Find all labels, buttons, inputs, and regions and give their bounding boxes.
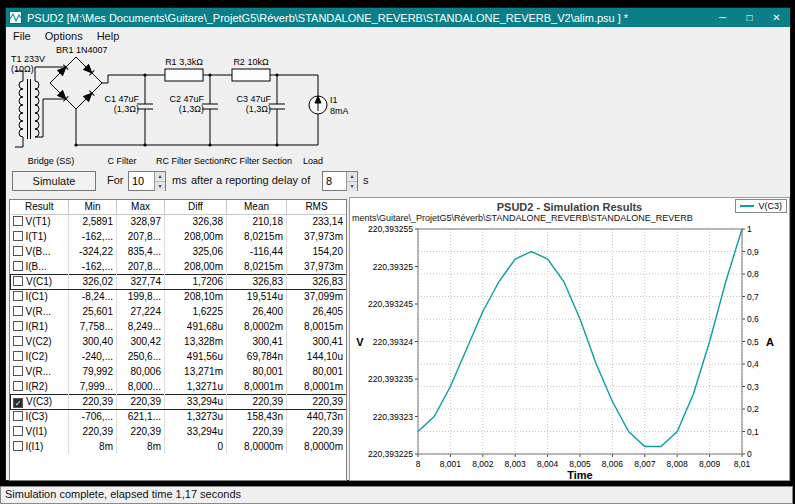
result-row: V(R...25,60127,2241,622526,40026,405 — [11, 304, 347, 319]
menu-options[interactable]: Options — [38, 30, 90, 42]
result-row: I(B...-162,...207,8...208,00m8,0215m37,9… — [11, 259, 347, 274]
menu-help[interactable]: Help — [90, 30, 127, 42]
status-bar: Simulation complete, elapsed time 1,17 s… — [0, 486, 793, 504]
t1-impedance-label: (10Ω) — [11, 64, 34, 74]
plot-checkbox[interactable] — [13, 291, 23, 301]
result-name: V(I1) — [26, 426, 48, 437]
cell-min: -324,22 — [69, 244, 117, 259]
section-load-label: Load — [303, 156, 323, 166]
cell-diff: 491,68u — [165, 319, 227, 334]
cell-min: 300,40 — [69, 334, 117, 349]
result-row: I(C3)-706,...621,1...1,3273u158,43n440,7… — [11, 409, 347, 424]
title-bar[interactable]: PSUD2 [M:\Mes Documents\Guitare\_ProjetG… — [6, 8, 790, 27]
cell-rms: 8,0001m — [287, 379, 347, 394]
cell-diff: 1,3273u — [165, 409, 227, 424]
cell-rms: 326,83 — [287, 274, 347, 289]
plot-checkbox[interactable] — [13, 381, 23, 391]
svg-text:8,004: 8,004 — [537, 459, 559, 469]
header-rms: RMS — [287, 200, 347, 214]
legend-series-label: V(C3) — [758, 201, 782, 211]
delay-spin-down-icon[interactable]: ▼ — [347, 182, 357, 191]
svg-text:A: A — [766, 336, 774, 348]
cell-rms: 440,73n — [287, 409, 347, 424]
cell-rms: 300,41 — [287, 334, 347, 349]
plot-checkbox[interactable] — [13, 306, 23, 316]
plot-checkbox[interactable] — [13, 411, 23, 421]
app-icon — [9, 11, 22, 24]
svg-text:8,008: 8,008 — [667, 459, 689, 469]
plot-checkbox[interactable] — [13, 276, 23, 286]
result-name-cell: I(C2) — [11, 349, 69, 364]
simulate-button[interactable]: Simulate — [12, 171, 96, 191]
cell-mean: 26,400 — [227, 304, 287, 319]
plot-checkbox[interactable] — [13, 366, 23, 376]
svg-text:0,8: 0,8 — [747, 269, 759, 279]
plot-checkbox[interactable] — [13, 336, 23, 346]
delay-unit-label: s — [363, 174, 369, 186]
duration-spin-up-icon[interactable]: ▲ — [155, 172, 165, 182]
plot-checkbox[interactable] — [13, 441, 23, 451]
results-panel: Result Min Max Diff Mean RMS V(T1)2,5891… — [9, 199, 347, 481]
cell-rms: 37,973m — [287, 229, 347, 244]
cell-max: 207,8... — [117, 229, 165, 244]
cell-mean: 220,39 — [227, 394, 287, 409]
cell-rms: 8,0015m — [287, 319, 347, 334]
cell-diff: 208,00m — [165, 259, 227, 274]
svg-text:0,3: 0,3 — [747, 382, 759, 392]
result-row: V(C1)326,02327,741,7206326,83326,83 — [11, 274, 347, 289]
svg-text:0,6: 0,6 — [747, 314, 759, 324]
duration-spinbox[interactable]: 10 ▲ ▼ — [128, 171, 166, 191]
delay-spinbox[interactable]: 8 ▲ ▼ — [322, 171, 358, 191]
cell-max: 27,224 — [117, 304, 165, 319]
plot-checkbox[interactable] — [13, 261, 23, 271]
delay-spin-up-icon[interactable]: ▲ — [347, 172, 357, 182]
delay-value[interactable]: 8 — [323, 172, 346, 190]
plot-checkbox[interactable] — [13, 231, 23, 241]
chart-svg: 88,0018,0028,0038,0048,0058,0068,0078,00… — [350, 225, 791, 482]
svg-text:8,009: 8,009 — [699, 459, 721, 469]
duration-value[interactable]: 10 — [129, 172, 154, 190]
result-row: V(R...79,99280,00613,271m80,00180,001 — [11, 364, 347, 379]
plot-checkbox[interactable] — [13, 426, 23, 436]
cell-diff: 1,7206 — [165, 274, 227, 289]
svg-text:0,9: 0,9 — [747, 247, 759, 257]
cell-max: 250,6... — [117, 349, 165, 364]
svg-text:8,002: 8,002 — [472, 459, 494, 469]
app-window: PSUD2 [M:\Mes Documents\Guitare\_ProjetG… — [5, 7, 791, 481]
cell-min: -162,... — [69, 229, 117, 244]
cell-diff: 13,271m — [165, 364, 227, 379]
minimize-button[interactable]: ─ — [709, 8, 736, 27]
c2-label: C2 47uF — [169, 94, 204, 104]
cell-mean: 19,514u — [227, 289, 287, 304]
section-rc2-label: RC Filter Section — [224, 156, 292, 166]
svg-text:8,01: 8,01 — [734, 459, 751, 469]
cell-mean: 8,0002m — [227, 319, 287, 334]
result-name-cell: V(C1) — [11, 274, 69, 289]
plot-checkbox[interactable] — [13, 321, 23, 331]
result-name: V(R... — [26, 306, 52, 317]
plot-checkbox[interactable] — [13, 351, 23, 361]
cell-min: 2,5891 — [69, 214, 117, 229]
svg-text:V: V — [356, 336, 364, 348]
cell-diff: 491,56u — [165, 349, 227, 364]
result-row: V(B...-324,22835,4...325,06-116,44154,20 — [11, 244, 347, 259]
window-title: PSUD2 [M:\Mes Documents\Guitare\_ProjetG… — [27, 12, 709, 24]
svg-text:0,1: 0,1 — [747, 427, 759, 437]
cell-max: 8,000... — [117, 379, 165, 394]
menu-file[interactable]: File — [6, 30, 38, 42]
result-name: V(T1) — [26, 216, 51, 227]
result-row: I(C1)-8,24...199,8...208,10m19,514u37,09… — [11, 289, 347, 304]
plot-checkbox[interactable] — [13, 246, 23, 256]
maximize-button[interactable]: □ — [736, 8, 763, 27]
duration-spin-down-icon[interactable]: ▼ — [155, 182, 165, 191]
result-name-cell: V(R... — [11, 304, 69, 319]
plot-checkbox[interactable]: ✓ — [13, 398, 23, 408]
close-button[interactable]: ✕ — [763, 8, 790, 27]
svg-text:1: 1 — [747, 225, 752, 234]
window-controls: ─ □ ✕ — [709, 8, 790, 27]
header-mean: Mean — [227, 200, 287, 214]
r2-label: R2 10kΩ — [233, 57, 269, 67]
plot-checkbox[interactable] — [13, 216, 23, 226]
cell-mean: 8,0215m — [227, 259, 287, 274]
cell-min: -162,... — [69, 259, 117, 274]
